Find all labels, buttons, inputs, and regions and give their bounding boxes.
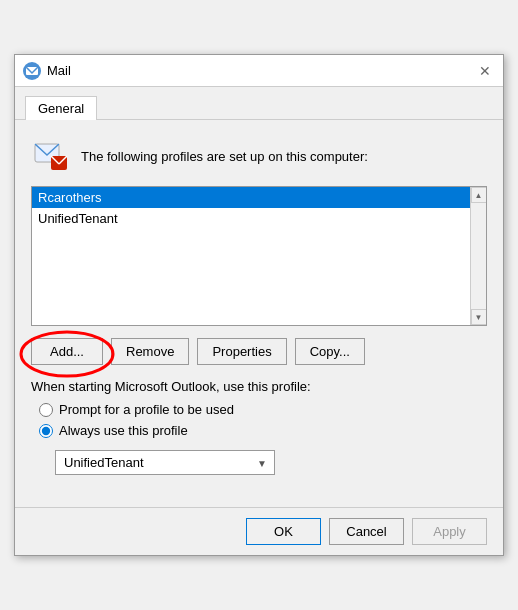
tab-bar: General bbox=[15, 87, 503, 120]
startup-label: When starting Microsoft Outlook, use thi… bbox=[31, 379, 487, 394]
dropdown-wrapper: Rcarothers UnifiedTenant ▼ bbox=[55, 450, 275, 475]
mail-window-icon bbox=[23, 62, 41, 80]
properties-button[interactable]: Properties bbox=[197, 338, 286, 365]
profile-item-rcarothers[interactable]: Rcarothers bbox=[32, 187, 470, 208]
radio-group: Prompt for a profile to be used Always u… bbox=[39, 402, 487, 438]
profile-item-unifiedtenant[interactable]: UnifiedTenant bbox=[32, 208, 470, 229]
scrollbar[interactable]: ▲ ▼ bbox=[470, 187, 486, 325]
profile-dropdown-container: Rcarothers UnifiedTenant ▼ bbox=[55, 450, 487, 475]
action-buttons-row: Add... Remove Properties Copy... bbox=[31, 338, 487, 365]
window-title: Mail bbox=[47, 63, 71, 78]
radio-always[interactable] bbox=[39, 424, 53, 438]
ok-button[interactable]: OK bbox=[246, 518, 321, 545]
mail-dialog: Mail ✕ General The following profiles ar… bbox=[14, 54, 504, 556]
radio-row-always: Always use this profile bbox=[39, 423, 487, 438]
mail-icon-large bbox=[31, 136, 71, 176]
scroll-up-arrow[interactable]: ▲ bbox=[471, 187, 487, 203]
bottom-buttons-row: OK Cancel Apply bbox=[15, 507, 503, 555]
scrollbar-track bbox=[471, 203, 486, 309]
radio-prompt-label: Prompt for a profile to be used bbox=[59, 402, 234, 417]
title-bar-left: Mail bbox=[23, 62, 71, 80]
add-button[interactable]: Add... bbox=[31, 338, 103, 365]
radio-row-prompt: Prompt for a profile to be used bbox=[39, 402, 487, 417]
close-button[interactable]: ✕ bbox=[475, 61, 495, 81]
profile-header: The following profiles are set up on thi… bbox=[31, 136, 487, 176]
profile-description: The following profiles are set up on thi… bbox=[81, 149, 368, 164]
copy-button[interactable]: Copy... bbox=[295, 338, 365, 365]
apply-button[interactable]: Apply bbox=[412, 518, 487, 545]
tab-general[interactable]: General bbox=[25, 96, 97, 120]
profile-list[interactable]: Rcarothers UnifiedTenant bbox=[32, 187, 486, 325]
profile-list-container: Rcarothers UnifiedTenant ▲ ▼ bbox=[31, 186, 487, 326]
title-bar: Mail ✕ bbox=[15, 55, 503, 87]
radio-prompt[interactable] bbox=[39, 403, 53, 417]
cancel-button[interactable]: Cancel bbox=[329, 518, 404, 545]
scroll-down-arrow[interactable]: ▼ bbox=[471, 309, 487, 325]
remove-button[interactable]: Remove bbox=[111, 338, 189, 365]
radio-always-label: Always use this profile bbox=[59, 423, 188, 438]
dialog-content: The following profiles are set up on thi… bbox=[15, 120, 503, 507]
profile-dropdown[interactable]: Rcarothers UnifiedTenant bbox=[55, 450, 275, 475]
